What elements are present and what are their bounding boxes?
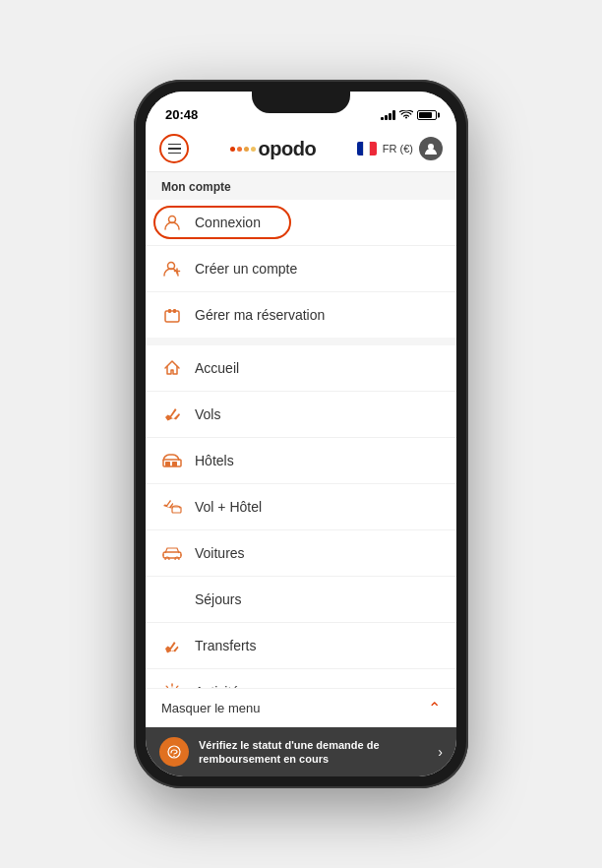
mon-compte-section: Connexion Créer un compte [146, 200, 456, 338]
battery-icon [417, 110, 437, 120]
creer-compte-item[interactable]: Créer un compte [146, 246, 456, 292]
dot-4 [251, 147, 256, 152]
svg-rect-7 [173, 309, 176, 313]
accueil-item[interactable]: Accueil [146, 345, 456, 392]
hotels-label: Hôtels [195, 453, 234, 468]
hamburger-button[interactable] [159, 134, 189, 163]
voitures-icon [161, 542, 183, 564]
menu-content: Mon compte Connexion [146, 172, 456, 688]
battery-fill [419, 112, 432, 118]
nav-section: Accueil Vols [146, 345, 456, 688]
connexion-item[interactable]: Connexion [146, 200, 456, 246]
hide-menu-label: Masquer le menu [161, 701, 260, 715]
activites-label: Activités [195, 684, 246, 688]
nav-right: FR (€) [357, 137, 443, 160]
transferts-label: Transferts [195, 638, 257, 653]
voitures-item[interactable]: Voitures [146, 530, 456, 577]
currency-label[interactable]: FR (€) [383, 143, 413, 155]
creer-compte-icon [161, 258, 183, 279]
svg-rect-6 [168, 309, 171, 313]
hide-menu-bar[interactable]: Masquer le menu ⌃ [146, 688, 456, 727]
refund-text: Vérifiez le statut d'une demande de remb… [199, 738, 428, 767]
phone-frame: 20:48 [134, 80, 468, 788]
accueil-icon [161, 357, 183, 379]
hamburger-lines-icon [168, 144, 181, 155]
activites-item[interactable]: Activités [146, 669, 456, 688]
svg-point-30 [173, 756, 175, 758]
gerer-reservation-label: Gérer ma réservation [195, 307, 325, 323]
signal-bars-icon [381, 110, 395, 120]
phone-wrapper: 20:48 [0, 0, 602, 868]
refund-banner[interactable]: Vérifiez le statut d'une demande de remb… [146, 727, 456, 776]
wifi-icon [399, 110, 413, 120]
refund-arrow-icon: › [438, 744, 443, 760]
brand-area: opodo [230, 138, 317, 160]
connexion-icon [161, 212, 183, 233]
nav-bar: opodo FR (€) [146, 126, 456, 172]
svg-rect-5 [165, 311, 179, 322]
vol-hotel-icon [161, 496, 183, 518]
svg-line-22 [166, 686, 167, 687]
vol-hotel-label: Vol + Hôtel [195, 499, 262, 515]
hotels-item[interactable]: Hôtels [146, 438, 456, 484]
hotels-icon [161, 450, 183, 471]
dot-2 [237, 147, 242, 152]
voitures-label: Voitures [195, 545, 245, 561]
flag-icon [357, 142, 377, 155]
vols-item[interactable]: Vols [146, 392, 456, 438]
connexion-label: Connexion [195, 215, 261, 230]
notch [252, 92, 350, 113]
gerer-reservation-item[interactable]: Gérer ma réservation [146, 292, 456, 338]
account-icon[interactable] [419, 137, 443, 160]
dot-3 [244, 147, 249, 152]
sejours-label: Séjours [195, 591, 241, 607]
svg-line-24 [177, 686, 178, 687]
status-time: 20:48 [165, 107, 198, 122]
transferts-icon [161, 635, 183, 656]
sejours-item[interactable]: Séjours [146, 577, 456, 623]
phone-screen: 20:48 [146, 92, 456, 776]
sejours-icon [161, 589, 183, 610]
vol-hotel-item[interactable]: Vol + Hôtel [146, 484, 456, 530]
chevron-up-icon: ⌃ [428, 699, 441, 717]
activites-icon [161, 681, 183, 688]
refund-icon [159, 737, 189, 767]
vols-icon [161, 403, 183, 425]
status-icons [381, 110, 437, 120]
accueil-label: Accueil [195, 360, 239, 376]
transferts-item[interactable]: Transferts [146, 623, 456, 669]
mon-compte-header: Mon compte [146, 172, 456, 200]
brand-dots [230, 147, 256, 152]
svg-rect-10 [172, 462, 177, 466]
gerer-reservation-icon [161, 304, 183, 326]
vols-label: Vols [195, 406, 220, 422]
svg-rect-9 [165, 462, 170, 466]
creer-compte-label: Créer un compte [195, 261, 297, 277]
dot-1 [230, 147, 235, 152]
brand-name: opodo [259, 138, 317, 160]
